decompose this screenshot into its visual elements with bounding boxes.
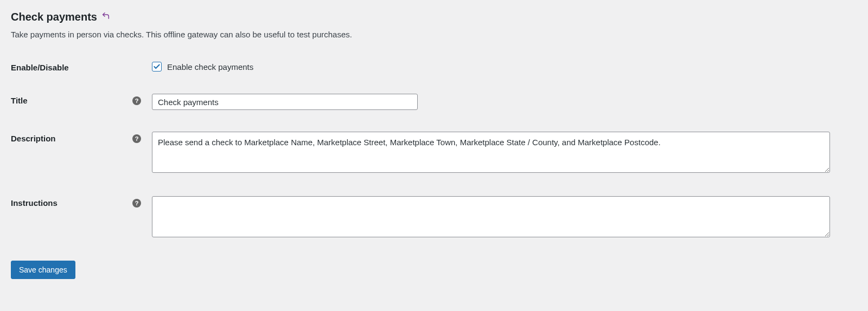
back-link-icon[interactable]	[101, 11, 110, 23]
row-description: Description ?	[11, 132, 857, 174]
page-header: Check payments	[11, 11, 857, 23]
description-textarea[interactable]	[152, 132, 830, 173]
help-icon[interactable]: ?	[132, 199, 141, 208]
page-title: Check payments	[11, 11, 97, 23]
help-icon[interactable]: ?	[132, 134, 141, 143]
label-enable: Enable/Disable	[11, 63, 69, 72]
enable-checkbox[interactable]	[152, 62, 162, 72]
title-input[interactable]	[152, 94, 418, 110]
row-instructions: Instructions ?	[11, 196, 857, 239]
settings-form: Enable/Disable Enable check payments Tit…	[11, 61, 857, 239]
row-enable: Enable/Disable Enable check payments	[11, 61, 857, 72]
label-title: Title	[11, 96, 28, 105]
page-description: Take payments in person via checks. This…	[11, 30, 857, 39]
enable-checkbox-label[interactable]: Enable check payments	[167, 62, 253, 72]
save-button[interactable]: Save changes	[11, 261, 75, 279]
label-instructions: Instructions	[11, 198, 58, 208]
row-title: Title ?	[11, 94, 857, 110]
instructions-textarea[interactable]	[152, 196, 830, 237]
label-description: Description	[11, 134, 56, 143]
help-icon[interactable]: ?	[132, 96, 141, 105]
